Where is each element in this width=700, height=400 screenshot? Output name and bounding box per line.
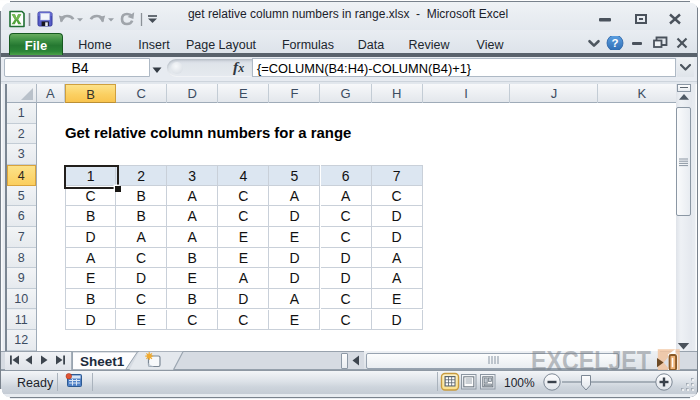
svg-text:?: ? [611,37,618,49]
svg-text:EXCELJET: EXCELJET [531,348,651,372]
